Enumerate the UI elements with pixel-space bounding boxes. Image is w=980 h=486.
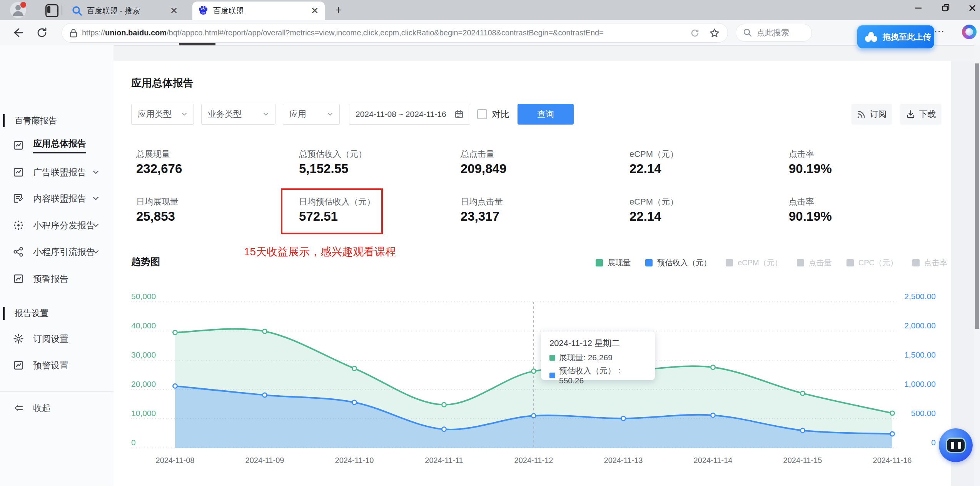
- new-tab-button[interactable]: +: [332, 3, 346, 17]
- sidebar-item-miniapp-traffic-report[interactable]: 小程序引流报告: [0, 243, 114, 260]
- stat-label: 总点击量: [461, 148, 494, 160]
- point: [442, 427, 446, 431]
- refresh-button[interactable]: [34, 25, 50, 41]
- app-type-select[interactable]: 应用类型: [131, 104, 194, 125]
- legend-swatch: [726, 259, 733, 266]
- contrast-checkbox[interactable]: [477, 109, 487, 119]
- chevron-down-icon: [92, 222, 99, 229]
- notification-dot: [20, 1, 27, 8]
- address-bar[interactable]: https://union.baidu.com/bqt/appco.html#/…: [62, 23, 728, 43]
- point: [532, 369, 536, 373]
- legend-item-ecpm[interactable]: eCPM（元）: [726, 258, 782, 268]
- sidebar-item-subscription-settings[interactable]: 订阅设置: [0, 330, 114, 347]
- x-tick: 2024-11-09: [232, 456, 297, 465]
- close-tab-icon[interactable]: ✕: [311, 5, 319, 16]
- highlight-red-box: [281, 188, 383, 234]
- x-tick: 2024-11-13: [591, 456, 656, 465]
- download-button[interactable]: 下载: [900, 104, 942, 125]
- sidebar-collapse-button[interactable]: 收起: [0, 399, 114, 416]
- query-button[interactable]: 查询: [518, 104, 574, 125]
- date-range-picker[interactable]: 2024-11-08 ~ 2024-11-16: [349, 104, 470, 125]
- tab-title: 百度联盟 - 搜索: [87, 6, 164, 16]
- sidebar-item-ad-union-report[interactable]: 广告联盟报告: [0, 164, 114, 181]
- download-icon: [906, 110, 915, 119]
- rss-icon: [857, 110, 866, 119]
- copilot-icon[interactable]: [962, 25, 977, 39]
- sidebar-item-content-union-report[interactable]: 内容联盟报告: [0, 190, 114, 207]
- chart-legend: 展现量 预估收入（元） eCPM（元） 点击量 CPC（元） 点击率: [596, 258, 947, 268]
- subscribe-button[interactable]: 订阅: [851, 104, 892, 125]
- stat-value: 90.19%: [789, 161, 832, 176]
- business-type-select[interactable]: 业务类型: [201, 104, 275, 125]
- x-tick: 2024-11-16: [860, 456, 925, 465]
- network-nodes-icon: [13, 220, 24, 231]
- lock-icon: [70, 28, 77, 38]
- legend-swatch: [797, 259, 804, 266]
- page-right-gutter: [951, 61, 974, 486]
- tooltip-date: 2024-11-12 星期二: [549, 338, 646, 349]
- main-content: 应用总体报告 应用类型 业务类型 应用 2024-11-08 ~ 2024-11…: [114, 61, 951, 486]
- point: [352, 400, 357, 404]
- app-select[interactable]: 应用: [283, 104, 340, 125]
- netdisk-upload-button[interactable]: 拖拽至此上传: [856, 25, 935, 49]
- trend-chart[interactable]: [127, 286, 950, 454]
- chevron-down-icon: [92, 169, 99, 176]
- close-tab-icon[interactable]: ✕: [170, 5, 178, 16]
- tab-baidu-search[interactable]: 百度联盟 - 搜索 ✕: [66, 2, 184, 20]
- quick-search-box[interactable]: 点此搜索: [736, 24, 812, 42]
- sync-icon[interactable]: [690, 28, 700, 38]
- sidebar-item-app-overall-report[interactable]: 应用总体报告: [0, 137, 114, 154]
- scrollbar-thumb[interactable]: [975, 63, 979, 329]
- page-scrollbar[interactable]: [974, 45, 980, 486]
- report-chart-icon: [13, 140, 24, 151]
- restore-button[interactable]: [934, 0, 957, 16]
- point: [711, 413, 715, 417]
- close-window-button[interactable]: [961, 0, 980, 16]
- sidebar-item-miniapp-distribution-report[interactable]: 小程序分发报告: [0, 217, 114, 234]
- point: [442, 403, 446, 407]
- stat-label: 日均展现量: [136, 196, 179, 208]
- minimize-button[interactable]: [907, 0, 930, 16]
- favorite-star-icon[interactable]: [709, 28, 720, 38]
- back-button[interactable]: [9, 25, 25, 41]
- alert-trend-icon: [13, 360, 24, 371]
- profile-avatar[interactable]: [10, 2, 26, 18]
- x-tick: 2024-11-11: [411, 456, 477, 465]
- legend-item-clicks[interactable]: 点击量: [797, 258, 832, 268]
- sidebar-item-alert-report[interactable]: 预警报告: [0, 270, 114, 287]
- point: [532, 414, 536, 418]
- point: [801, 428, 805, 433]
- legend-item-impressions[interactable]: 展现量: [596, 258, 631, 268]
- stat-label: 日均点击量: [461, 196, 503, 208]
- calendar-icon: [454, 110, 464, 119]
- page-top-dark-bar: [179, 43, 215, 45]
- legend-swatch: [912, 259, 920, 266]
- point: [890, 432, 895, 436]
- gear-icon: [13, 333, 24, 344]
- workspaces-icon[interactable]: [45, 4, 58, 17]
- search-icon: [743, 28, 752, 37]
- legend-swatch: [846, 259, 854, 266]
- report-edit-icon: [13, 193, 24, 204]
- contrast-label: 对比: [492, 108, 509, 120]
- series-swatch: [549, 373, 555, 378]
- chevron-down-icon: [181, 111, 187, 117]
- netdisk-icon: [863, 30, 879, 43]
- legend-item-cpc[interactable]: CPC（元）: [846, 258, 898, 268]
- legend-swatch: [645, 259, 653, 266]
- browser-window: 百度联盟 - 搜索 ✕ du 百度联盟 ✕ + https://union.ba…: [0, 0, 980, 486]
- share-icon: [13, 246, 24, 257]
- sidebar-item-alert-settings[interactable]: 预警设置: [0, 357, 114, 374]
- netdisk-label: 拖拽至此上传: [883, 32, 931, 42]
- legend-item-income[interactable]: 预估收入（元）: [645, 258, 711, 268]
- red-annotation-text: 15天收益展示，感兴趣观看课程: [244, 245, 396, 259]
- stat-value: 90.19%: [789, 209, 832, 224]
- legend-item-ctr[interactable]: 点击率: [912, 258, 947, 268]
- alert-trend-icon: [13, 273, 24, 284]
- chevron-down-icon: [327, 111, 333, 117]
- chart-tooltip: 2024-11-12 星期二 展现量: 26,269 预估收入（元）：550.2…: [541, 331, 655, 380]
- assistant-robot-button[interactable]: [939, 428, 973, 462]
- tab-baidu-union[interactable]: du 百度联盟 ✕: [192, 2, 325, 20]
- browser-toolbar: https://union.baidu.com/bqt/appco.html#/…: [0, 20, 980, 46]
- chevron-down-icon: [92, 195, 99, 202]
